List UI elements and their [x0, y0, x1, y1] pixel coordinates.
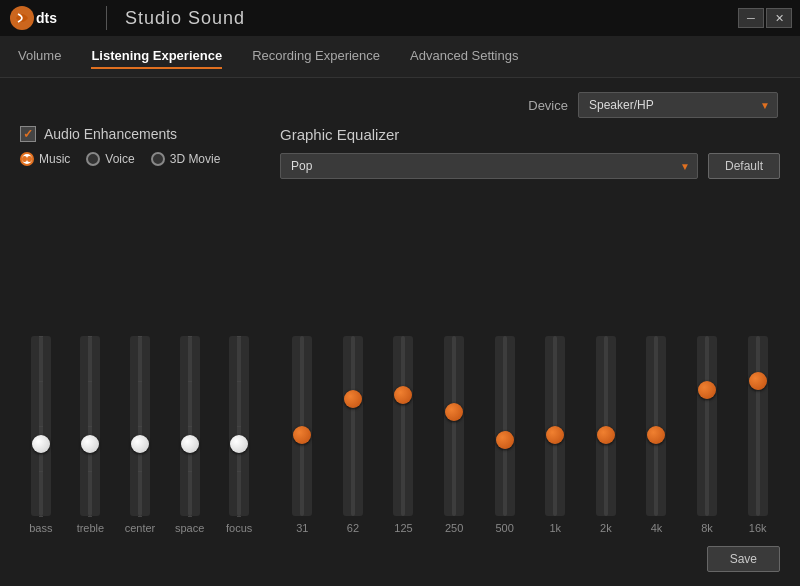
device-select-wrapper: Speaker/HP Headphones HDMI — [578, 92, 778, 118]
eq-slider-track-250[interactable] — [444, 336, 464, 516]
audio-enhancements-label: Audio Enhancements — [44, 126, 177, 142]
slider-label-space: space — [175, 522, 204, 534]
radio-3dmovie[interactable]: 3D Movie — [151, 152, 221, 166]
window-controls: ─ ✕ — [738, 8, 792, 28]
eq-slider-label-250: 250 — [445, 522, 463, 534]
default-button[interactable]: Default — [708, 153, 780, 179]
eq-slider-col-4k: 4k — [634, 336, 679, 534]
nav-bar: Volume Listening Experience Recording Ex… — [0, 36, 800, 78]
eq-slider-col-125: 125 — [381, 336, 426, 534]
slider-track-focus[interactable] — [229, 336, 249, 516]
eq-slider-label-500: 500 — [495, 522, 513, 534]
slider-thumb-space[interactable] — [181, 435, 199, 453]
eq-slider-track-2k[interactable] — [596, 336, 616, 516]
eq-slider-label-62: 62 — [347, 522, 359, 534]
eq-slider-col-2k: 2k — [584, 336, 629, 534]
eq-slider-label-125: 125 — [394, 522, 412, 534]
slider-thumb-center[interactable] — [131, 435, 149, 453]
eq-slider-thumb-4k[interactable] — [647, 426, 665, 444]
radio-music-circle — [20, 152, 34, 166]
save-button[interactable]: Save — [707, 546, 780, 572]
slider-track-space[interactable] — [180, 336, 200, 516]
eq-slider-label-8k: 8k — [701, 522, 713, 534]
eq-slider-col-500: 500 — [482, 336, 527, 534]
slider-track-treble[interactable] — [80, 336, 100, 516]
minimize-button[interactable]: ─ — [738, 8, 764, 28]
radio-music[interactable]: Music — [20, 152, 70, 166]
eq-slider-track-1k[interactable] — [545, 336, 565, 516]
eq-slider-label-31: 31 — [296, 522, 308, 534]
eq-slider-col-31: 31 — [280, 336, 325, 534]
eq-sliders-container: 31621252505001k2k4k8k16k — [280, 189, 780, 534]
eq-slider-track-4k[interactable] — [646, 336, 666, 516]
nav-advanced-settings[interactable]: Advanced Settings — [410, 44, 518, 69]
slider-col-space: space — [169, 336, 211, 534]
title-bar: dts Studio Sound ─ ✕ — [0, 0, 800, 36]
slider-thumb-bass[interactable] — [32, 435, 50, 453]
device-label: Device — [528, 98, 568, 113]
eq-slider-thumb-16k[interactable] — [749, 372, 767, 390]
audio-enhancements-row: Audio Enhancements — [20, 126, 260, 142]
device-select[interactable]: Speaker/HP Headphones HDMI — [578, 92, 778, 118]
eq-slider-col-8k: 8k — [685, 336, 730, 534]
eq-preset-select[interactable]: Pop Rock Jazz Classical Hip Hop Flat — [280, 153, 698, 179]
bottom-row: Save — [20, 542, 780, 572]
device-row: Device Speaker/HP Headphones HDMI — [20, 92, 780, 118]
radio-voice[interactable]: Voice — [86, 152, 134, 166]
left-sliders-container: basstreblecenterspacefocus — [20, 176, 260, 534]
eq-slider-col-16k: 16k — [735, 336, 780, 534]
slider-label-treble: treble — [77, 522, 105, 534]
slider-col-treble: treble — [70, 336, 112, 534]
right-panel: Graphic Equalizer Pop Rock Jazz Classica… — [280, 126, 780, 534]
eq-slider-thumb-31[interactable] — [293, 426, 311, 444]
title-divider — [106, 6, 107, 30]
slider-col-bass: bass — [20, 336, 62, 534]
eq-slider-thumb-2k[interactable] — [597, 426, 615, 444]
radio-3dmovie-circle — [151, 152, 165, 166]
eq-slider-thumb-250[interactable] — [445, 403, 463, 421]
eq-slider-label-1k: 1k — [549, 522, 561, 534]
dts-logo: dts — [8, 4, 88, 32]
eq-slider-thumb-1k[interactable] — [546, 426, 564, 444]
radio-voice-circle — [86, 152, 100, 166]
eq-slider-label-4k: 4k — [651, 522, 663, 534]
eq-slider-track-500[interactable] — [495, 336, 515, 516]
slider-thumb-focus[interactable] — [230, 435, 248, 453]
eq-slider-thumb-125[interactable] — [394, 386, 412, 404]
app-title: Studio Sound — [125, 8, 245, 29]
slider-label-bass: bass — [29, 522, 52, 534]
eq-slider-thumb-62[interactable] — [344, 390, 362, 408]
main-panels: Audio Enhancements Music Voice 3D Movie — [20, 126, 780, 534]
eq-slider-track-16k[interactable] — [748, 336, 768, 516]
audio-enhancements-checkbox[interactable] — [20, 126, 36, 142]
eq-slider-label-2k: 2k — [600, 522, 612, 534]
slider-track-bass[interactable] — [31, 336, 51, 516]
eq-slider-track-31[interactable] — [292, 336, 312, 516]
radio-voice-label: Voice — [105, 152, 134, 166]
logo-area: dts Studio Sound — [8, 4, 245, 32]
slider-col-center: center — [119, 336, 161, 534]
svg-text:dts: dts — [36, 10, 57, 26]
eq-slider-label-16k: 16k — [749, 522, 767, 534]
eq-slider-thumb-500[interactable] — [496, 431, 514, 449]
nav-listening-experience[interactable]: Listening Experience — [91, 44, 222, 69]
eq-slider-track-8k[interactable] — [697, 336, 717, 516]
content-area: Device Speaker/HP Headphones HDMI Audio … — [0, 78, 800, 586]
eq-slider-track-125[interactable] — [393, 336, 413, 516]
nav-recording-experience[interactable]: Recording Experience — [252, 44, 380, 69]
eq-controls-row: Pop Rock Jazz Classical Hip Hop Flat Def… — [280, 153, 780, 179]
eq-slider-col-250: 250 — [432, 336, 477, 534]
nav-volume[interactable]: Volume — [18, 44, 61, 69]
eq-title: Graphic Equalizer — [280, 126, 780, 143]
eq-slider-col-1k: 1k — [533, 336, 578, 534]
slider-col-focus: focus — [218, 336, 260, 534]
close-button[interactable]: ✕ — [766, 8, 792, 28]
eq-slider-col-62: 62 — [331, 336, 376, 534]
slider-thumb-treble[interactable] — [81, 435, 99, 453]
slider-track-center[interactable] — [130, 336, 150, 516]
radio-music-label: Music — [39, 152, 70, 166]
eq-slider-track-62[interactable] — [343, 336, 363, 516]
left-panel: Audio Enhancements Music Voice 3D Movie — [20, 126, 260, 534]
radio-3dmovie-label: 3D Movie — [170, 152, 221, 166]
eq-slider-thumb-8k[interactable] — [698, 381, 716, 399]
